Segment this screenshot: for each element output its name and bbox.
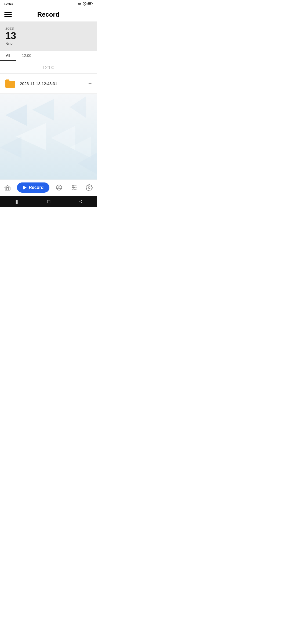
settings-icon xyxy=(86,184,93,191)
play-icon xyxy=(23,185,27,190)
svg-marker-10 xyxy=(70,96,86,118)
nav-tune[interactable] xyxy=(68,183,80,192)
svg-line-17 xyxy=(60,188,61,189)
tune-icon xyxy=(71,184,78,191)
date-month: Nov xyxy=(5,41,91,46)
bottom-nav: Record xyxy=(0,180,97,196)
svg-point-22 xyxy=(75,187,76,188)
svg-point-24 xyxy=(88,187,90,189)
filter-tabs: All 12:00 xyxy=(0,51,97,61)
folder-icon xyxy=(4,78,16,89)
date-year: 2023 xyxy=(5,26,91,31)
nav-record-label: Record xyxy=(29,185,44,190)
back-system-button[interactable]: < xyxy=(79,199,82,204)
nav-drive[interactable] xyxy=(53,183,65,192)
record-item[interactable]: 2023-11-13 12:43:31 → xyxy=(0,74,97,94)
svg-marker-8 xyxy=(5,104,27,126)
svg-marker-11 xyxy=(0,137,21,158)
nav-settings[interactable] xyxy=(84,183,95,192)
recent-apps-button[interactable]: ||| xyxy=(15,199,18,204)
svg-point-21 xyxy=(72,185,73,186)
tab-time[interactable]: 12:00 xyxy=(16,51,37,61)
svg-rect-4 xyxy=(92,3,93,4)
svg-marker-6 xyxy=(51,126,75,150)
home-system-button[interactable]: □ xyxy=(47,199,50,204)
svg-rect-3 xyxy=(88,3,91,5)
system-nav-bar: ||| □ < xyxy=(0,196,97,207)
battery-icon xyxy=(88,2,93,5)
status-time: 12:43 xyxy=(4,2,13,6)
nav-home[interactable] xyxy=(2,183,13,192)
time-group-header: 12:00 xyxy=(0,61,97,74)
date-day: 13 xyxy=(5,31,91,41)
svg-point-23 xyxy=(73,189,74,190)
svg-point-14 xyxy=(58,187,60,189)
tab-all[interactable]: All xyxy=(0,51,16,61)
home-icon xyxy=(4,184,11,191)
steering-icon xyxy=(56,184,63,191)
no-sound-icon xyxy=(83,2,86,6)
date-card: 2023 13 Nov xyxy=(0,21,97,51)
svg-line-1 xyxy=(84,3,86,5)
app-header: Record xyxy=(0,8,97,21)
svg-line-16 xyxy=(57,188,58,189)
status-icons xyxy=(77,2,93,6)
nav-record-button[interactable]: Record xyxy=(17,182,49,193)
menu-button[interactable] xyxy=(4,12,12,17)
status-bar: 12:43 xyxy=(0,0,97,8)
arrow-right-icon: → xyxy=(88,81,92,86)
background-triangles xyxy=(0,94,97,180)
page-title: Record xyxy=(12,11,85,18)
watermark-area xyxy=(0,94,97,180)
svg-marker-9 xyxy=(32,99,54,120)
record-timestamp: 2023-11-13 12:43:31 xyxy=(20,81,88,86)
wifi-icon xyxy=(77,2,82,5)
